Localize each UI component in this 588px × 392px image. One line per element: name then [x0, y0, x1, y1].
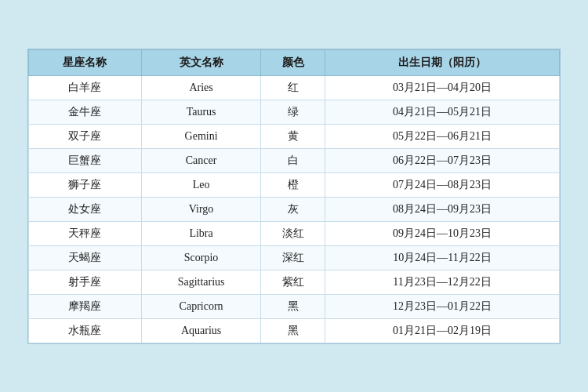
cell-dates: 06月22日—07月23日: [325, 148, 560, 172]
cell-dates: 10月24日—11月22日: [325, 245, 560, 270]
cell-english: Gemini: [141, 124, 260, 148]
cell-chinese: 水瓶座: [29, 318, 142, 343]
table-row: 天秤座Libra淡红09月24日—10月23日: [29, 221, 560, 245]
cell-chinese: 处女座: [29, 197, 142, 221]
zodiac-table-container: 星座名称 英文名称 颜色 出生日期（阳历） 白羊座Aries红03月21日—04…: [27, 49, 561, 344]
cell-chinese: 射手座: [29, 270, 142, 294]
cell-color: 黑: [261, 318, 325, 343]
table-row: 射手座Sagittarius紫红11月23日—12月22日: [29, 270, 560, 294]
cell-chinese: 摩羯座: [29, 294, 142, 318]
cell-english: Virgo: [141, 197, 260, 221]
cell-english: Taurus: [141, 100, 260, 124]
cell-chinese: 狮子座: [29, 172, 142, 197]
cell-color: 紫红: [261, 270, 325, 294]
cell-color: 黑: [261, 294, 325, 318]
cell-english: Aries: [141, 75, 260, 100]
cell-dates: 09月24日—10月23日: [325, 221, 560, 245]
cell-color: 绿: [261, 100, 325, 124]
cell-english: Leo: [141, 172, 260, 197]
cell-dates: 03月21日—04月20日: [325, 75, 560, 100]
cell-dates: 04月21日—05月21日: [325, 100, 560, 124]
table-row: 狮子座Leo橙07月24日—08月23日: [29, 172, 560, 197]
table-row: 白羊座Aries红03月21日—04月20日: [29, 75, 560, 100]
table-row: 金牛座Taurus绿04月21日—05月21日: [29, 100, 560, 124]
cell-chinese: 天秤座: [29, 221, 142, 245]
cell-english: Capricorn: [141, 294, 260, 318]
table-row: 天蝎座Scorpio深红10月24日—11月22日: [29, 245, 560, 270]
col-header-dates: 出生日期（阳历）: [325, 49, 560, 75]
col-header-english: 英文名称: [141, 49, 260, 75]
cell-dates: 05月22日—06月21日: [325, 124, 560, 148]
cell-dates: 11月23日—12月22日: [325, 270, 560, 294]
col-header-chinese: 星座名称: [29, 49, 142, 75]
table-row: 双子座Gemini黄05月22日—06月21日: [29, 124, 560, 148]
cell-english: Scorpio: [141, 245, 260, 270]
cell-english: Sagittarius: [141, 270, 260, 294]
cell-color: 黄: [261, 124, 325, 148]
cell-color: 红: [261, 75, 325, 100]
cell-color: 深红: [261, 245, 325, 270]
cell-color: 橙: [261, 172, 325, 197]
table-row: 摩羯座Capricorn黑12月23日—01月22日: [29, 294, 560, 318]
zodiac-table: 星座名称 英文名称 颜色 出生日期（阳历） 白羊座Aries红03月21日—04…: [28, 49, 560, 343]
cell-english: Aquarius: [141, 318, 260, 343]
cell-color: 白: [261, 148, 325, 172]
table-row: 水瓶座Aquarius黑01月21日—02月19日: [29, 318, 560, 343]
table-body: 白羊座Aries红03月21日—04月20日金牛座Taurus绿04月21日—0…: [29, 75, 560, 343]
cell-chinese: 双子座: [29, 124, 142, 148]
cell-dates: 08月24日—09月23日: [325, 197, 560, 221]
table-header-row: 星座名称 英文名称 颜色 出生日期（阳历）: [29, 49, 560, 75]
cell-chinese: 天蝎座: [29, 245, 142, 270]
cell-english: Cancer: [141, 148, 260, 172]
table-row: 巨蟹座Cancer白06月22日—07月23日: [29, 148, 560, 172]
cell-dates: 12月23日—01月22日: [325, 294, 560, 318]
col-header-color: 颜色: [261, 49, 325, 75]
cell-chinese: 巨蟹座: [29, 148, 142, 172]
cell-dates: 01月21日—02月19日: [325, 318, 560, 343]
cell-english: Libra: [141, 221, 260, 245]
cell-color: 淡红: [261, 221, 325, 245]
cell-dates: 07月24日—08月23日: [325, 172, 560, 197]
cell-chinese: 金牛座: [29, 100, 142, 124]
cell-chinese: 白羊座: [29, 75, 142, 100]
cell-color: 灰: [261, 197, 325, 221]
table-row: 处女座Virgo灰08月24日—09月23日: [29, 197, 560, 221]
